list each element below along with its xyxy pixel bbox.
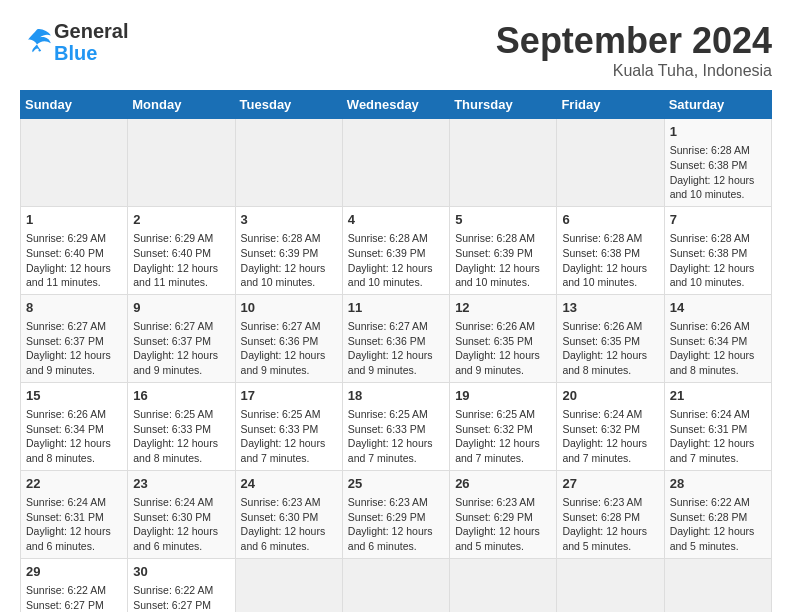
month-title: September 2024 (496, 20, 772, 62)
calendar-cell (557, 119, 664, 207)
daylight: Daylight: 12 hours and 11 minutes. (26, 262, 111, 289)
sunset: Sunset: 6:38 PM (562, 247, 640, 259)
day-number: 15 (26, 387, 122, 405)
calendar-cell: 5Sunrise: 6:28 AMSunset: 6:39 PMDaylight… (450, 206, 557, 294)
day-number: 20 (562, 387, 658, 405)
header-sunday: Sunday (21, 91, 128, 119)
sunrise: Sunrise: 6:25 AM (133, 408, 213, 420)
sunrise: Sunrise: 6:26 AM (670, 320, 750, 332)
sunset: Sunset: 6:30 PM (241, 511, 319, 523)
calendar-cell (128, 119, 235, 207)
calendar-cell (21, 119, 128, 207)
sunrise: Sunrise: 6:22 AM (26, 584, 106, 596)
daylight: Daylight: 12 hours and 9 minutes. (348, 349, 433, 376)
day-number: 26 (455, 475, 551, 493)
daylight: Daylight: 12 hours and 7 minutes. (562, 437, 647, 464)
calendar-cell: 6Sunrise: 6:28 AMSunset: 6:38 PMDaylight… (557, 206, 664, 294)
sunrise: Sunrise: 6:28 AM (670, 144, 750, 156)
sunrise: Sunrise: 6:25 AM (455, 408, 535, 420)
sunset: Sunset: 6:38 PM (670, 159, 748, 171)
day-number: 4 (348, 211, 444, 229)
sunset: Sunset: 6:27 PM (26, 599, 104, 611)
day-number: 9 (133, 299, 229, 317)
calendar-cell: 3Sunrise: 6:28 AMSunset: 6:39 PMDaylight… (235, 206, 342, 294)
header-friday: Friday (557, 91, 664, 119)
sunset: Sunset: 6:40 PM (26, 247, 104, 259)
sunset: Sunset: 6:31 PM (670, 423, 748, 435)
daylight: Daylight: 12 hours and 7 minutes. (241, 437, 326, 464)
sunset: Sunset: 6:29 PM (455, 511, 533, 523)
daylight: Daylight: 12 hours and 10 minutes. (670, 262, 755, 289)
week-row-2: 1Sunrise: 6:29 AMSunset: 6:40 PMDaylight… (21, 206, 772, 294)
week-row-5: 22Sunrise: 6:24 AMSunset: 6:31 PMDayligh… (21, 470, 772, 558)
header-wednesday: Wednesday (342, 91, 449, 119)
calendar-cell (557, 558, 664, 612)
calendar-cell: 24Sunrise: 6:23 AMSunset: 6:30 PMDayligh… (235, 470, 342, 558)
title-block: September 2024 Kuala Tuha, Indonesia (496, 20, 772, 80)
sunset: Sunset: 6:36 PM (348, 335, 426, 347)
day-number: 11 (348, 299, 444, 317)
day-number: 7 (670, 211, 766, 229)
day-number: 30 (133, 563, 229, 581)
sunrise: Sunrise: 6:28 AM (670, 232, 750, 244)
page-header: General Blue September 2024 Kuala Tuha, … (20, 20, 772, 80)
day-number: 3 (241, 211, 337, 229)
daylight: Daylight: 12 hours and 6 minutes. (241, 525, 326, 552)
calendar-cell: 17Sunrise: 6:25 AMSunset: 6:33 PMDayligh… (235, 382, 342, 470)
daylight: Daylight: 12 hours and 8 minutes. (670, 349, 755, 376)
daylight: Daylight: 12 hours and 11 minutes. (133, 262, 218, 289)
calendar-cell: 22Sunrise: 6:24 AMSunset: 6:31 PMDayligh… (21, 470, 128, 558)
calendar-cell: 11Sunrise: 6:27 AMSunset: 6:36 PMDayligh… (342, 294, 449, 382)
sunset: Sunset: 6:39 PM (241, 247, 319, 259)
daylight: Daylight: 12 hours and 8 minutes. (562, 349, 647, 376)
calendar-cell: 8Sunrise: 6:27 AMSunset: 6:37 PMDaylight… (21, 294, 128, 382)
calendar-cell: 19Sunrise: 6:25 AMSunset: 6:32 PMDayligh… (450, 382, 557, 470)
sunset: Sunset: 6:34 PM (670, 335, 748, 347)
sunset: Sunset: 6:29 PM (348, 511, 426, 523)
daylight: Daylight: 12 hours and 8 minutes. (26, 437, 111, 464)
calendar-cell: 10Sunrise: 6:27 AMSunset: 6:36 PMDayligh… (235, 294, 342, 382)
sunset: Sunset: 6:37 PM (133, 335, 211, 347)
calendar-cell: 13Sunrise: 6:26 AMSunset: 6:35 PMDayligh… (557, 294, 664, 382)
calendar-cell: 12Sunrise: 6:26 AMSunset: 6:35 PMDayligh… (450, 294, 557, 382)
sunrise: Sunrise: 6:29 AM (26, 232, 106, 244)
calendar-cell: 4Sunrise: 6:28 AMSunset: 6:39 PMDaylight… (342, 206, 449, 294)
logo-line1: General (54, 20, 128, 42)
sunrise: Sunrise: 6:24 AM (133, 496, 213, 508)
daylight: Daylight: 12 hours and 10 minutes. (348, 262, 433, 289)
sunrise: Sunrise: 6:26 AM (562, 320, 642, 332)
sunset: Sunset: 6:34 PM (26, 423, 104, 435)
day-number: 14 (670, 299, 766, 317)
header-saturday: Saturday (664, 91, 771, 119)
calendar-cell: 9Sunrise: 6:27 AMSunset: 6:37 PMDaylight… (128, 294, 235, 382)
sunset: Sunset: 6:33 PM (133, 423, 211, 435)
day-number: 19 (455, 387, 551, 405)
calendar-cell (342, 119, 449, 207)
day-number: 24 (241, 475, 337, 493)
calendar-cell (450, 558, 557, 612)
sunset: Sunset: 6:28 PM (670, 511, 748, 523)
calendar-cell: 21Sunrise: 6:24 AMSunset: 6:31 PMDayligh… (664, 382, 771, 470)
sunset: Sunset: 6:39 PM (348, 247, 426, 259)
week-row-3: 8Sunrise: 6:27 AMSunset: 6:37 PMDaylight… (21, 294, 772, 382)
sunset: Sunset: 6:27 PM (133, 599, 211, 611)
calendar-cell: 7Sunrise: 6:28 AMSunset: 6:38 PMDaylight… (664, 206, 771, 294)
calendar-header-row: SundayMondayTuesdayWednesdayThursdayFrid… (21, 91, 772, 119)
calendar-cell (342, 558, 449, 612)
calendar-cell (450, 119, 557, 207)
calendar-cell: 29Sunrise: 6:22 AMSunset: 6:27 PMDayligh… (21, 558, 128, 612)
daylight: Daylight: 12 hours and 10 minutes. (562, 262, 647, 289)
day-number: 28 (670, 475, 766, 493)
daylight: Daylight: 12 hours and 7 minutes. (455, 437, 540, 464)
sunrise: Sunrise: 6:23 AM (348, 496, 428, 508)
day-number: 6 (562, 211, 658, 229)
daylight: Daylight: 12 hours and 9 minutes. (455, 349, 540, 376)
day-number: 10 (241, 299, 337, 317)
calendar-table: SundayMondayTuesdayWednesdayThursdayFrid… (20, 90, 772, 612)
calendar-cell (235, 558, 342, 612)
calendar-cell: 25Sunrise: 6:23 AMSunset: 6:29 PMDayligh… (342, 470, 449, 558)
day-number: 12 (455, 299, 551, 317)
daylight: Daylight: 12 hours and 6 minutes. (133, 525, 218, 552)
day-number: 25 (348, 475, 444, 493)
calendar-cell: 28Sunrise: 6:22 AMSunset: 6:28 PMDayligh… (664, 470, 771, 558)
